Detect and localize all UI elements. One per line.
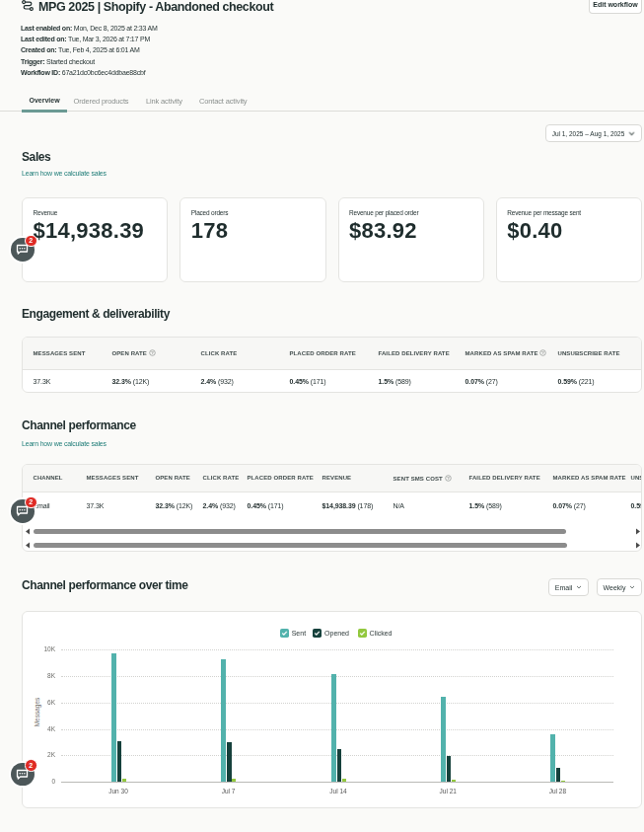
svg-text:?: ? (151, 350, 154, 355)
svg-text:?: ? (542, 350, 545, 355)
svg-text:?: ? (447, 476, 450, 481)
